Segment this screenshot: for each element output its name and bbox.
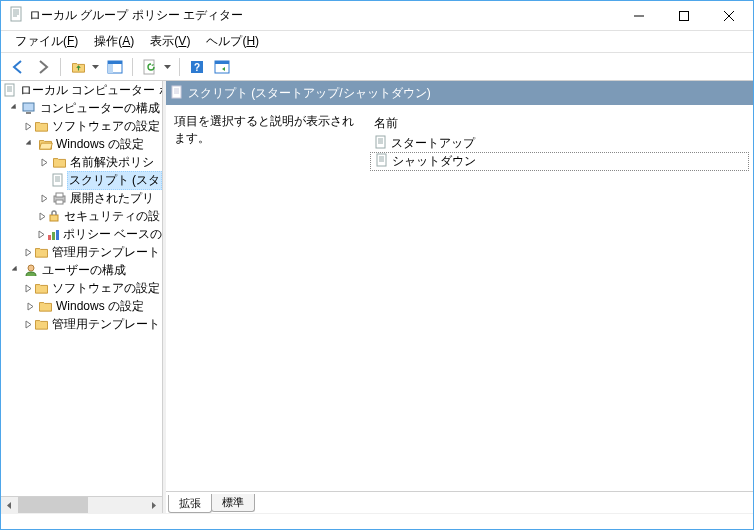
minimize-button[interactable] [616, 2, 661, 30]
scroll-track[interactable] [18, 497, 145, 513]
refresh-button[interactable] [139, 56, 161, 78]
up-dropdown[interactable] [92, 57, 101, 77]
tree-label: コンピューターの構成 [38, 100, 162, 117]
tree-item[interactable]: Windows の設定 [3, 297, 162, 315]
tree-item[interactable]: 展開されたプリ [3, 189, 162, 207]
tab-extended[interactable]: 拡張 [168, 495, 212, 513]
toolbar-separator [179, 58, 180, 76]
maximize-button[interactable] [661, 2, 706, 30]
svg-rect-18 [48, 235, 51, 240]
script-icon [374, 135, 388, 152]
user-icon [23, 262, 39, 278]
tree-item[interactable]: ソフトウェアの設定 [3, 117, 162, 135]
menu-action[interactable]: 操作(A) [86, 31, 142, 52]
status-bar [1, 513, 753, 529]
title-bar: ローカル グループ ポリシー エディター [1, 1, 753, 31]
tree-label: ローカル コンピューター ポリシ [18, 82, 162, 99]
tree-horizontal-scrollbar[interactable] [1, 496, 162, 513]
tab-label: 標準 [222, 496, 244, 508]
svg-rect-1 [679, 11, 688, 20]
expand-icon[interactable] [23, 119, 34, 133]
detail-list[interactable]: 名前 スタートアップ シャットダウン [370, 113, 749, 483]
expand-icon [37, 173, 50, 187]
tree-pane: ローカル コンピューター ポリシ コンピューターの構成 ソフトウェアの設定 Wi… [1, 81, 163, 513]
properties-button[interactable] [211, 56, 233, 78]
up-button[interactable] [67, 56, 89, 78]
detail-pane: スクリプト (スタートアップ/シャットダウン) 項目を選択すると説明が表示されま… [163, 81, 753, 513]
menu-file[interactable]: ファイル(F) [7, 31, 86, 52]
toolbar-separator [60, 58, 61, 76]
tree-label: ポリシー ベースの [61, 226, 162, 243]
menu-help[interactable]: ヘルプ(H) [198, 31, 267, 52]
expand-icon[interactable] [23, 245, 34, 259]
expand-icon[interactable] [37, 209, 47, 223]
tree-item[interactable]: 名前解決ポリシ [3, 153, 162, 171]
expand-icon[interactable] [37, 155, 51, 169]
script-icon [50, 172, 65, 188]
show-hide-tree-button[interactable] [104, 56, 126, 78]
content-area: ローカル コンピューター ポリシ コンピューターの構成 ソフトウェアの設定 Wi… [1, 81, 753, 513]
collapse-icon[interactable] [9, 101, 22, 115]
scroll-thumb[interactable] [18, 497, 88, 513]
tree-item[interactable]: 管理用テンプレート [3, 315, 162, 333]
tree-label: Windows の設定 [54, 136, 146, 153]
svg-rect-13 [53, 174, 62, 186]
computer-icon [22, 100, 37, 116]
chart-icon [46, 226, 60, 242]
folder-icon [51, 154, 67, 170]
svg-rect-10 [5, 84, 14, 96]
script-icon [375, 153, 389, 170]
scroll-right-button[interactable] [145, 497, 162, 513]
svg-rect-19 [52, 232, 55, 240]
tree-item[interactable]: Windows の設定 [3, 135, 162, 153]
tree-user-config[interactable]: ユーザーの構成 [3, 261, 162, 279]
collapse-icon[interactable] [23, 137, 37, 151]
column-header-name[interactable]: 名前 [370, 113, 749, 134]
tree-item-scripts[interactable]: スクリプト (スタ [3, 171, 162, 189]
tree-label: ソフトウェアの設定 [50, 118, 162, 135]
expand-icon[interactable] [23, 299, 37, 313]
tree-computer-config[interactable]: コンピューターの構成 [3, 99, 162, 117]
tree-root[interactable]: ローカル コンピューター ポリシ [3, 81, 162, 99]
svg-rect-4 [108, 64, 113, 73]
tree-label: セキュリティの設 [62, 208, 162, 225]
svg-text:?: ? [194, 62, 200, 73]
svg-point-21 [28, 265, 34, 271]
tree-item[interactable]: ソフトウェアの設定 [3, 279, 162, 297]
toolbar: ? [1, 53, 753, 81]
scroll-left-button[interactable] [1, 497, 18, 513]
svg-rect-20 [56, 230, 59, 240]
svg-rect-16 [56, 200, 63, 204]
printer-icon [51, 190, 67, 206]
list-item-startup[interactable]: スタートアップ [370, 134, 749, 153]
forward-button[interactable] [32, 56, 54, 78]
menu-bar: ファイル(F) 操作(A) 表示(V) ヘルプ(H) [1, 31, 753, 53]
menu-view[interactable]: 表示(V) [142, 31, 198, 52]
policy-tree[interactable]: ローカル コンピューター ポリシ コンピューターの構成 ソフトウェアの設定 Wi… [1, 81, 162, 496]
list-item-shutdown[interactable]: シャットダウン [370, 152, 749, 171]
collapse-icon[interactable] [9, 263, 23, 277]
close-button[interactable] [706, 2, 751, 30]
expand-icon[interactable] [23, 317, 34, 331]
tree-item[interactable]: セキュリティの設 [3, 207, 162, 225]
tab-standard[interactable]: 標準 [211, 494, 255, 512]
svg-rect-17 [50, 215, 58, 221]
expand-icon[interactable] [23, 281, 34, 295]
folder-icon [37, 298, 53, 314]
expand-icon[interactable] [37, 191, 51, 205]
refresh-dropdown[interactable] [164, 57, 173, 77]
expand-icon[interactable] [37, 227, 46, 241]
app-icon [9, 6, 25, 25]
folder-icon [34, 316, 49, 332]
tree-item[interactable]: 管理用テンプレート [3, 243, 162, 261]
help-button[interactable]: ? [186, 56, 208, 78]
toolbar-separator [132, 58, 133, 76]
tree-item[interactable]: ポリシー ベースの [3, 225, 162, 243]
svg-rect-12 [26, 112, 31, 114]
back-button[interactable] [7, 56, 29, 78]
svg-rect-22 [172, 86, 181, 98]
svg-rect-11 [23, 103, 34, 111]
svg-rect-9 [215, 61, 229, 64]
tree-label: 展開されたプリ [68, 190, 156, 207]
detail-header: スクリプト (スタートアップ/シャットダウン) [166, 81, 753, 105]
